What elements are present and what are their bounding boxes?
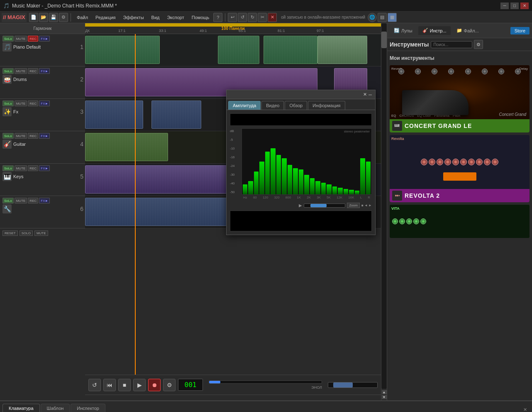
scroll-down[interactable]: ▼ [382, 395, 387, 399]
track-5-solo[interactable]: SoLo [2, 165, 14, 171]
tab-instruments[interactable]: 🎸 Инстр... [418, 26, 451, 35]
bottom-close-icon[interactable]: ✕ [523, 407, 530, 412]
track-5-fx[interactable]: FX► [39, 165, 50, 171]
menu-export[interactable]: Экспорт [164, 14, 187, 21]
amp-tab-video[interactable]: Видео [261, 101, 284, 110]
playback-bar[interactable] [209, 380, 322, 384]
undo2-button[interactable]: ↩ [228, 13, 237, 22]
track-2-fx[interactable]: FX► [39, 68, 50, 74]
redo2-button[interactable]: ↻ [248, 13, 257, 22]
scroll-up[interactable]: ▲ [382, 390, 387, 394]
track-5-rec[interactable]: REC [28, 165, 38, 171]
online-icon[interactable]: 🌐 [368, 13, 377, 22]
instrument-card-vita[interactable]: VITA [390, 205, 530, 238]
amp-tab-info[interactable]: Информация [308, 101, 345, 110]
master-solo[interactable]: SOLO [20, 231, 33, 236]
cg-knob-7[interactable] [498, 69, 504, 74]
clip-3-1[interactable] [85, 101, 143, 129]
close-button[interactable]: ✕ [520, 2, 529, 9]
amp-tab-amplitude[interactable]: Амплитуда [228, 101, 261, 110]
track-5-mute[interactable]: MUTE [15, 165, 27, 171]
rv-knob-1[interactable] [421, 159, 427, 165]
amp-dialog-min[interactable]: ─ [368, 92, 372, 97]
scroll-track[interactable] [381, 23, 387, 389]
track-6-fx[interactable]: FX► [39, 198, 50, 204]
vita-knob-4[interactable] [413, 218, 419, 224]
track-1-mute[interactable]: MUTE [15, 36, 27, 42]
menu-edit[interactable]: Редакция [92, 14, 119, 21]
store-button[interactable]: Store [510, 27, 530, 34]
redo-button[interactable]: ↺ [238, 13, 247, 22]
rv-knob-4[interactable] [444, 159, 451, 165]
amp-dialog-close[interactable]: ✕ [363, 92, 367, 97]
track-3-fx[interactable]: FX► [39, 101, 50, 106]
cg-knob-1[interactable] [398, 69, 404, 74]
menu-file[interactable]: Файл [73, 14, 91, 21]
transport-settings[interactable]: ⚙ [163, 379, 176, 391]
rv-knob-2[interactable] [429, 159, 435, 165]
help-icon[interactable]: ? [213, 13, 222, 22]
cg-knob-5[interactable] [465, 69, 471, 74]
track-2-solo[interactable]: SoLo [2, 68, 14, 74]
tab-template[interactable]: Шаблон [41, 404, 70, 412]
track-6-rec[interactable]: REC [28, 198, 38, 204]
track-3-mute[interactable]: MUTE [15, 101, 27, 106]
settings-gear-icon[interactable]: ⚙ [474, 40, 483, 49]
cg-knob-6[interactable] [482, 69, 488, 74]
tab-loops[interactable]: 🔄 Лупы [390, 26, 417, 35]
track-2-mute[interactable]: MUTE [15, 68, 27, 74]
vita-knob-2[interactable] [399, 218, 405, 224]
cut-button[interactable]: ✂ [258, 13, 267, 22]
vita-knob-5[interactable] [420, 218, 426, 224]
clip-1-1[interactable] [85, 36, 160, 64]
vita-knob-1[interactable] [392, 218, 398, 224]
track-2-rec[interactable]: REC [28, 68, 38, 74]
track-1-solo[interactable]: SoLo [2, 36, 14, 42]
cg-knob-2[interactable] [415, 69, 421, 74]
clip-3-2[interactable] [151, 101, 201, 129]
rv-knob-7[interactable] [468, 159, 475, 165]
rewind-button[interactable]: ⏮ [103, 379, 116, 391]
loop-button[interactable]: ↺ [88, 379, 101, 391]
track-6-solo[interactable]: SoLo [2, 198, 14, 204]
rv-knob-8[interactable] [476, 159, 483, 165]
zoom-slider[interactable] [304, 204, 345, 208]
tab-keyboard[interactable]: Клавиатура [2, 404, 40, 412]
vita-knob-3[interactable] [406, 218, 412, 224]
horizontal-scroll[interactable] [85, 395, 381, 400]
tab-inspector[interactable]: Инспектор [71, 404, 105, 412]
track-3-solo[interactable]: SoLo [2, 101, 14, 106]
cg-knob-4[interactable] [448, 69, 454, 74]
zoom-button[interactable]: Zoom [347, 203, 359, 208]
track-4-fx[interactable]: FX► [39, 133, 50, 139]
settings-button[interactable]: ⚙ [59, 13, 68, 22]
clip-1-3[interactable] [264, 36, 317, 64]
instrument-card-concert-grand[interactable]: Reverb Delay EQ [390, 65, 530, 132]
cg-knob-8[interactable] [515, 69, 521, 74]
rv-knob-3[interactable] [437, 159, 443, 165]
maximize-button[interactable]: □ [510, 2, 519, 9]
open-button[interactable]: 📂 [39, 13, 48, 22]
track-1-fx[interactable]: FX► [39, 36, 50, 42]
record-button[interactable]: ⏺ [148, 379, 161, 391]
instrument-card-revolta[interactable]: Revolta REVOLTA 2 [390, 135, 530, 202]
reset-button[interactable]: RESET [2, 231, 18, 236]
save-button[interactable]: 💾 [49, 13, 58, 22]
master-mute[interactable]: MUTE [34, 231, 48, 236]
horizontal-scrollbar[interactable] [328, 382, 378, 388]
play-button[interactable]: ▶ [133, 379, 146, 391]
clip-1-2[interactable] [218, 36, 259, 64]
clip-4-1[interactable] [85, 133, 168, 161]
new-button[interactable]: 📄 [29, 13, 38, 22]
view-btn2[interactable]: ▦ [388, 13, 397, 22]
cg-knob-3[interactable] [432, 69, 437, 74]
menu-effects[interactable]: Эффекты [120, 14, 147, 21]
menu-help[interactable]: Помощь [188, 14, 213, 21]
track-4-rec[interactable]: REC [28, 133, 38, 139]
track-4-mute[interactable]: MUTE [15, 133, 27, 139]
view-btn1[interactable]: ▤ [378, 13, 387, 22]
rv-knob-10[interactable] [492, 159, 498, 165]
delete-button[interactable]: ✕ [268, 13, 277, 22]
rv-knob-9[interactable] [484, 159, 491, 165]
track-1-rec[interactable]: REC [28, 36, 38, 42]
